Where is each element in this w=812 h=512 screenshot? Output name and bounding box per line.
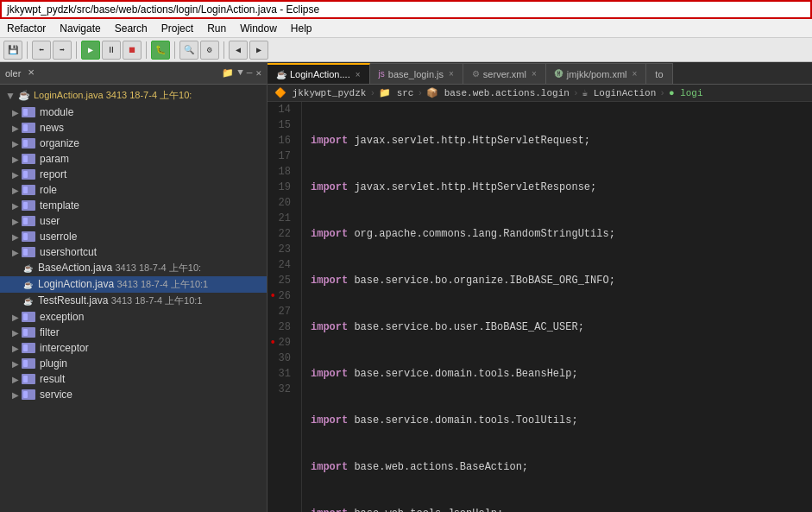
menu-navigate[interactable]: Navigate [53,22,107,35]
tree-label: service [40,389,72,401]
sidebar-icon-close2[interactable]: — [247,67,253,79]
tree-item-news[interactable]: ▶ news [0,120,267,136]
tab-close-btn[interactable]: × [532,69,537,79]
tree-item-organize[interactable]: ▶ organize [0,136,267,151]
package-icon [22,154,35,164]
tree-expand-icon: ▶ [12,313,19,322]
tree-item-module[interactable]: ▶ module [0,104,267,120]
tab-more[interactable]: to [646,63,672,84]
tree-item-loginaction[interactable]: ▶ ☕ LoginAction.java 3413 18-7-4 上午10:1 [0,276,267,293]
tree-expand-icon: ▶ [12,359,19,369]
tab-close-btn[interactable]: × [356,70,361,79]
tree-expand-icon: ▶ [12,186,19,195]
code-editor[interactable]: 14 15 16 17 18 19 20 21 22 23 24 25 26 2… [268,102,812,512]
menu-window[interactable]: Window [233,22,284,35]
tree-root-label: LoginAction.java 3413 18-7-4 上午10: [34,89,192,102]
package-icon [22,107,35,117]
code-line-22: import base.web.tools.JsonHelp; [311,506,812,512]
tree-item-testresult[interactable]: ▶ ☕ TestResult.java 3413 18-7-4 上午10:1 [0,293,267,309]
tree-item-param[interactable]: ▶ param [0,151,267,167]
tab-close-btn[interactable]: × [633,69,638,79]
package-icon [22,374,35,384]
code-line-21: import base.web.actions.BaseAction; [311,459,812,475]
tab-java-icon: ☕ [276,70,286,79]
package-icon [22,358,35,369]
tree-item-userrole[interactable]: ▶ userrole [0,229,267,244]
menu-refactor[interactable]: Refactor [0,22,53,35]
tree-item-user[interactable]: ▶ user [0,213,267,229]
tree-expand-icon: ▶ [12,108,19,117]
menu-help[interactable]: Help [284,22,319,35]
tree-label: user [40,215,60,227]
tab-base-login[interactable]: js base_login.js × [370,63,463,84]
bc-package[interactable]: 📦 base.web.actions.login [426,87,570,98]
title-text: jkkywpt_pydzk/src/base/web/actions/login… [7,3,319,16]
tree-item-baseaction[interactable]: ▶ ☕ BaseAction.java 3413 18-7-4 上午10: [0,260,267,276]
tree-item-role[interactable]: ▶ role [0,182,267,198]
toolbar-btn-search[interactable]: 🔍 [179,41,198,60]
tree-expand-icon: ▶ [12,344,19,353]
toolbar-btn-save[interactable]: 💾 [3,41,22,60]
toolbar-btn-next[interactable]: ▶ [249,41,268,60]
tree-label: param [40,153,69,165]
tree-item-filter[interactable]: ▶ filter [0,325,267,340]
toolbar-separator-2 [76,41,77,59]
tree-label: LoginAction.java 3413 18-7-4 上午10:1 [38,278,208,291]
tab-js-icon: js [379,69,385,79]
code-line-17: import base.service.bo.organize.IBoBASE_… [311,273,812,288]
tree-label: TestResult.java 3413 18-7-4 上午10:1 [38,294,203,307]
tree-label: role [40,184,57,196]
code-line-20: import base.service.domain.tools.ToolUti… [311,413,812,428]
toolbar-separator-4 [174,41,175,59]
package-icon [22,327,35,338]
sidebar-icon-x[interactable]: ✕ [255,67,261,79]
tab-label: to [655,69,663,79]
menu-run[interactable]: Run [200,22,233,35]
tree-item-interceptor[interactable]: ▶ interceptor [0,340,267,356]
sidebar-icon-menu[interactable]: ▼ [237,67,243,79]
tab-server-xml[interactable]: ⚙ server.xml × [463,63,546,84]
tree-item-service[interactable]: ▶ service [0,387,267,402]
code-content[interactable]: import javax.servlet.http.HttpServletReq… [302,102,812,512]
tree-label: usershortcut [40,246,97,258]
code-line-15: import javax.servlet.http.HttpServletRes… [311,180,812,195]
toolbar-btn-run[interactable]: ▶ [81,41,100,60]
package-icon [22,185,35,195]
tree-item-usershortcut[interactable]: ▶ usershortcut [0,244,267,260]
sidebar-icon-collapse[interactable]: 📁 [222,67,234,79]
tab-close-btn[interactable]: × [449,69,454,79]
bc-jkkywpt[interactable]: 🔶 jkkywpt_pydzk [274,87,366,98]
tree-root-item[interactable]: ▼ ☕ LoginAction.java 3413 18-7-4 上午10: [0,86,267,104]
toolbar-btn-prev[interactable]: ◀ [229,41,248,60]
tree-item-report[interactable]: ▶ report [0,167,267,182]
bc-sep-3: › [573,88,579,98]
line-num-17: 17 [271,149,294,164]
menu-project[interactable]: Project [154,22,200,35]
toolbar-btn-pause[interactable]: ⏸ [102,41,121,60]
package-icon [22,123,35,133]
tab-login-action[interactable]: ☕ LoginAction.... × [268,63,370,84]
toolbar-btn-forward[interactable]: ➡ [53,41,72,60]
toolbar-btn-gear[interactable]: ⚙ [200,41,219,60]
sidebar-close-btn[interactable]: × [28,66,35,79]
toolbar-btn-back[interactable]: ⬅ [32,41,51,60]
bc-src[interactable]: 📁 src [379,87,413,98]
tab-label: base_login.js [388,69,444,79]
tree-item-plugin[interactable]: ▶ plugin [0,356,267,371]
sidebar-header-title: oler [5,68,21,79]
toolbar-btn-stop[interactable]: ⏹ [123,41,142,60]
tree-item-result[interactable]: ▶ result [0,371,267,387]
tree-label: plugin [40,357,67,370]
bc-loginaction[interactable]: ☕ LoginAction [582,87,656,98]
line-num-27: 27 [271,304,294,319]
tree-item-template[interactable]: ▶ template [0,198,267,213]
tree-label: template [40,199,79,212]
tree-item-exception[interactable]: ▶ exception [0,309,267,325]
toolbar-btn-debug[interactable]: 🐛 [151,41,170,60]
menu-search[interactable]: Search [108,22,154,35]
tree-expand-icon: ▶ [12,139,19,149]
tab-label: LoginAction.... [290,69,350,79]
bc-method[interactable]: ● logi [669,88,703,98]
editor-tab-bar: ☕ LoginAction.... × js base_login.js × ⚙… [268,62,812,85]
tab-jmjkk-pom[interactable]: 🅜 jmjkk/pom.xml × [546,63,647,84]
